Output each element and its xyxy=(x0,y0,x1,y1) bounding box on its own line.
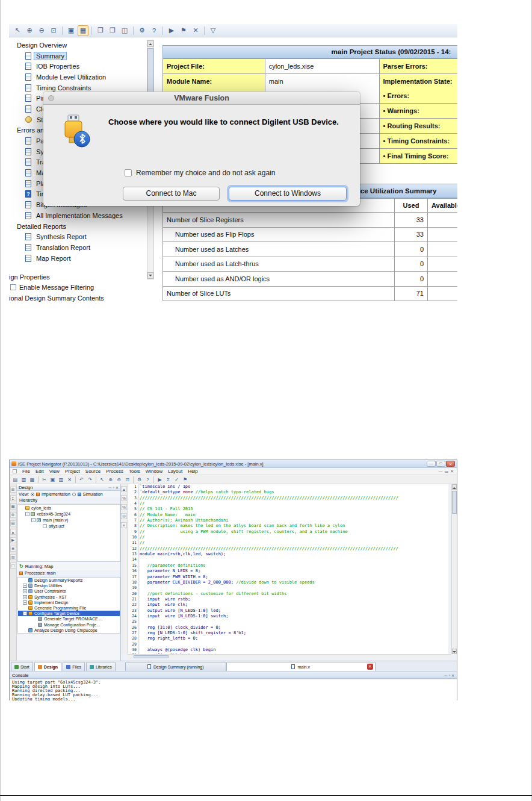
toolbar-icon[interactable]: ⊖ xyxy=(36,25,47,36)
process-item[interactable]: Manage Configuration Proje... xyxy=(18,622,120,628)
strip-icon[interactable]: % xyxy=(121,504,127,510)
menu-item[interactable]: Edit xyxy=(36,469,44,474)
toolbar-icon[interactable]: ▶ xyxy=(156,476,164,484)
code-line[interactable]: reg [N_LEDS-1:0] shift_register = 8'b1; xyxy=(140,631,448,636)
toolbar-icon[interactable]: ✕ xyxy=(190,25,201,36)
toolbar-icon[interactable]: ▣ xyxy=(66,25,76,36)
code-line[interactable]: // xyxy=(140,535,448,540)
panel-minimize-icon[interactable]: ▫ xyxy=(449,673,450,678)
implementation-radio[interactable] xyxy=(31,493,34,496)
editor-horizontal-scrollbar[interactable] xyxy=(128,654,451,659)
toolbar-icon[interactable]: ⚑ xyxy=(181,476,189,484)
expander-icon[interactable] xyxy=(37,524,42,528)
expander-icon[interactable] xyxy=(20,506,24,510)
code-line[interactable]: module main(rstb,clk,led, switch); xyxy=(140,552,448,557)
toolbar-icon[interactable]: ✕ xyxy=(66,476,73,484)
tree-item[interactable]: Synthesis Report xyxy=(9,231,146,242)
strip-icon[interactable]: ▢ xyxy=(10,563,16,569)
expander-icon[interactable]: + xyxy=(23,600,27,605)
message-filtering-checkbox[interactable] xyxy=(10,284,16,290)
code-line[interactable]: // Description: makes the led on the atl… xyxy=(140,523,448,529)
expander-icon[interactable] xyxy=(32,617,37,621)
tree-item[interactable]: IOB Properties xyxy=(9,61,146,72)
minimize-button[interactable] xyxy=(427,461,436,467)
strip-icon[interactable]: ▦ xyxy=(10,503,16,510)
code-line[interactable]: // xyxy=(140,501,448,506)
code-line[interactable]: // CS 141 - Fall 2015 xyxy=(140,506,448,512)
toolbar-icon[interactable]: ✓ xyxy=(173,476,181,484)
strip-icon[interactable]: ≡ xyxy=(121,522,127,528)
process-item[interactable]: Analyze Design Using ChipScope xyxy=(18,628,120,633)
code-line[interactable] xyxy=(140,642,448,647)
process-item[interactable]: + Synthesize - XST xyxy=(18,594,120,600)
process-item[interactable]: Generate Programming File xyxy=(18,605,120,611)
mdi-close-icon[interactable]: ✕ xyxy=(450,469,454,474)
expander-icon[interactable] xyxy=(23,578,27,582)
expander-icon[interactable]: - xyxy=(25,512,29,516)
toolbar-icon[interactable]: ? xyxy=(149,25,159,36)
tree-item[interactable]: Detailed Reports xyxy=(9,221,146,232)
remember-checkbox[interactable] xyxy=(125,169,132,176)
process-item[interactable]: + User Constraints xyxy=(18,588,120,594)
code-line[interactable]: parameter N_LEDS = 8; xyxy=(140,569,448,574)
code-line[interactable]: // Module Name: main xyxy=(140,513,448,518)
toolbar-icon[interactable]: ⚙ xyxy=(135,476,143,484)
strip-icon[interactable]: ◎ xyxy=(121,513,127,519)
toolbar-icon[interactable]: ↖ xyxy=(12,25,23,36)
design-panel-header[interactable]: Design ↔ ▫ ✕ xyxy=(17,484,120,491)
code-line[interactable]: `timescale 1ns / 1ps xyxy=(140,484,448,490)
toolbar-icon[interactable]: ❐ xyxy=(107,25,118,36)
tree-item[interactable]: Map Report xyxy=(9,253,146,264)
code-line[interactable]: reg right_leftb = 0; xyxy=(140,636,448,641)
toolbar-icon[interactable] xyxy=(162,26,163,35)
window-titlebar[interactable]: ISE Project Navigator (P.20131013) - C:\… xyxy=(10,460,457,468)
process-item[interactable]: - Configure Target Device xyxy=(18,611,120,616)
close-icon[interactable] xyxy=(48,95,54,101)
console-output[interactable]: Using target part "6slx45csg324-3". Mapp… xyxy=(10,679,457,700)
toolbar-icon[interactable]: ⊡ xyxy=(123,476,131,484)
expander-icon[interactable]: - xyxy=(23,611,27,616)
scroll-down-icon[interactable] xyxy=(452,649,457,654)
toolbar-icon[interactable]: ▣ xyxy=(49,476,57,484)
tree-item[interactable]: Design Overview xyxy=(9,40,146,51)
hierarchy-item[interactable]: cylon_leds xyxy=(18,505,120,511)
menu-item[interactable]: View xyxy=(49,469,60,474)
strip-icon[interactable]: ▲ xyxy=(121,486,127,492)
code-line[interactable]: ////////////////////////////////////////… xyxy=(140,546,448,552)
toolbar-icon[interactable] xyxy=(204,26,205,35)
code-editor[interactable]: `timescale 1ns / 1ps `default_nettype no… xyxy=(140,484,448,654)
toolbar-icon[interactable]: ▥ xyxy=(57,476,65,484)
process-item[interactable]: + Implement Design xyxy=(18,600,120,605)
remember-choice-row[interactable]: Remember my choice and do not ask again xyxy=(125,169,275,177)
strip-icon[interactable]: Σ xyxy=(10,495,16,501)
strip-icon[interactable]: ▶ xyxy=(10,537,16,543)
code-line[interactable]: // Author(s): Avinash Uttamchandani xyxy=(140,518,448,523)
menu-item[interactable]: Tools xyxy=(129,469,140,474)
code-line[interactable] xyxy=(140,619,448,625)
tree-item[interactable]: All Implementation Messages xyxy=(9,210,146,221)
panel-tab[interactable]: Files xyxy=(63,662,85,671)
code-line[interactable]: input wire [N_LEDS-1:0] switch; xyxy=(140,614,448,619)
toolbar-icon[interactable]: Σ xyxy=(164,476,172,484)
panel-close-icon[interactable]: ✕ xyxy=(451,673,454,678)
strip-icon[interactable]: ⚙ xyxy=(10,512,16,518)
menu-item[interactable]: Source xyxy=(85,469,101,474)
scrollbar-thumb[interactable] xyxy=(452,491,457,514)
enable-message-filtering-row[interactable]: Enable Message Filtering xyxy=(9,282,161,293)
toolbar-icon[interactable] xyxy=(75,476,76,483)
panel-tab[interactable]: Start xyxy=(11,662,33,671)
tree-item[interactable]: Summary xyxy=(9,51,146,61)
toolbar-icon[interactable]: ⊡ xyxy=(48,25,59,36)
toolbar-icon[interactable]: ⊕ xyxy=(24,25,35,36)
expander-icon[interactable]: + xyxy=(23,595,27,599)
toolbar-icon[interactable] xyxy=(133,476,134,483)
strip-icon[interactable]: % xyxy=(121,495,127,501)
process-item[interactable]: Design Summary/Reports xyxy=(18,578,120,583)
toolbar-icon[interactable]: ▦ xyxy=(78,25,88,36)
toolbar-icon[interactable]: ▦ xyxy=(28,476,36,484)
strip-icon[interactable]: ⊞ xyxy=(10,487,16,493)
hierarchy-item[interactable]: atlys.ucf xyxy=(18,523,120,529)
strip-icon[interactable]: ▲ xyxy=(10,529,16,535)
toolbar-icon[interactable]: ▽ xyxy=(208,25,218,36)
process-item[interactable]: + Design Utilities xyxy=(18,583,120,588)
